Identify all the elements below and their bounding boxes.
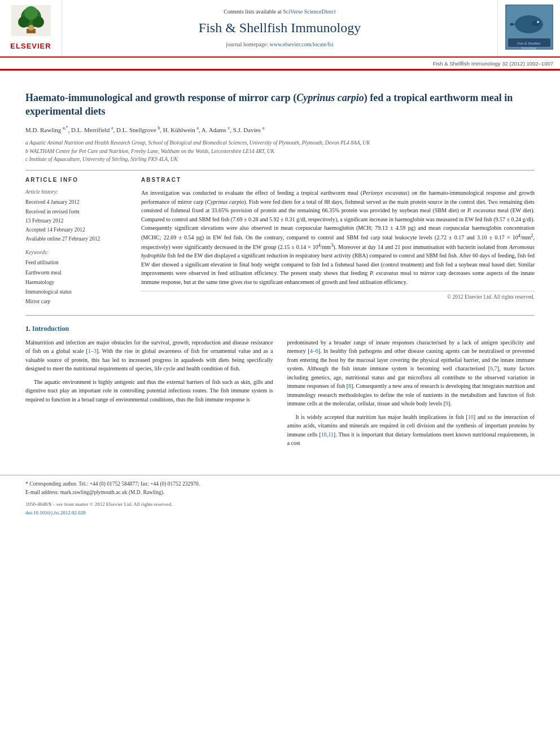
journal-center-block: Contents lists available at SciVerse Sci…: [62, 0, 498, 56]
journal-cite: Fish & Shellfish Immunology 32 (2012) 10…: [0, 58, 560, 68]
elsevier-tree-graphic: [11, 5, 51, 38]
introduction-section: 1. Introduction Malnutrition and infecti…: [25, 324, 535, 452]
footer-issn: 1050-4648/$ – see front matter © 2012 El…: [25, 500, 173, 517]
svg-point-5: [24, 6, 38, 20]
intro-right-para2: It is widely accepted that nutrition has…: [287, 413, 535, 448]
keywords-label: Keywords:: [25, 249, 130, 256]
section-heading: 1. Introduction: [25, 324, 535, 334]
intro-right-col: predominated by a broader range of innat…: [287, 338, 535, 452]
intro-para2: The aquatic environment is highly antige…: [25, 378, 273, 404]
article-info-label: ARTICLE INFO: [25, 176, 130, 184]
abstract-section: ABSTRACT An investigation was conducted …: [141, 176, 535, 301]
keywords-list: Feed utilisation Earthworm meal Haematol…: [25, 258, 130, 306]
sciverse-link[interactable]: Contents lists available at SciVerse Sci…: [224, 8, 336, 16]
keywords-block: Keywords: Feed utilisation Earthworm mea…: [25, 249, 130, 307]
journal-name-main: Fish & Shellfish Immunology: [199, 19, 361, 38]
svg-text:Fish & Shellfish: Fish & Shellfish: [517, 42, 540, 45]
abstract-label: ABSTRACT: [141, 176, 535, 184]
affiliations: a Aquatic Animal Nutrition and Health Re…: [25, 139, 535, 163]
copyright-notice: © 2012 Elsevier Ltd. All rights reserved…: [141, 291, 535, 301]
elsevier-label: ELSEVIER: [10, 41, 51, 51]
authors-line: M.D. Rawling a,*, D.L. Merrifield a, D.L…: [25, 125, 535, 134]
journal-right-image: Fish & Shellfish Immunology: [498, 0, 560, 56]
article-history-label: Article history:: [25, 189, 130, 196]
article-dates: Received 4 January 2012 Received in revi…: [25, 198, 130, 243]
paper-title: Haemato-immunological and growth respons…: [25, 91, 535, 119]
journal-homepage: journal homepage: www.elsevier.com/locat…: [226, 41, 333, 49]
svg-text:Immunology: Immunology: [521, 46, 537, 50]
page-footer: * Corresponding author. Tel.: +44 (0) 01…: [0, 475, 560, 517]
intro-right-para1: predominated by a broader range of innat…: [287, 338, 535, 408]
intro-left-col: Malnutrition and infection are major obs…: [25, 338, 273, 452]
article-history-block: Article history: Received 4 January 2012…: [25, 189, 130, 243]
footnote-star: * Corresponding author. Tel.: +44 (0) 01…: [25, 480, 535, 497]
article-info-section: ARTICLE INFO Article history: Received 4…: [25, 176, 130, 307]
footer-doi[interactable]: doi:10.1016/j.fsi.2012.02.020: [25, 509, 173, 517]
svg-point-12: [537, 21, 539, 23]
journal-cover-graphic: Fish & Shellfish Immunology: [505, 5, 553, 52]
elsevier-logo-block: ELSEVIER: [0, 0, 62, 56]
svg-point-7: [28, 25, 34, 30]
abstract-text: An investigation was conducted to evalua…: [141, 189, 535, 286]
svg-point-11: [532, 20, 541, 26]
journal-header: ELSEVIER Contents lists available at Sci…: [0, 0, 560, 58]
intro-para1: Malnutrition and infection are major obs…: [25, 338, 273, 373]
